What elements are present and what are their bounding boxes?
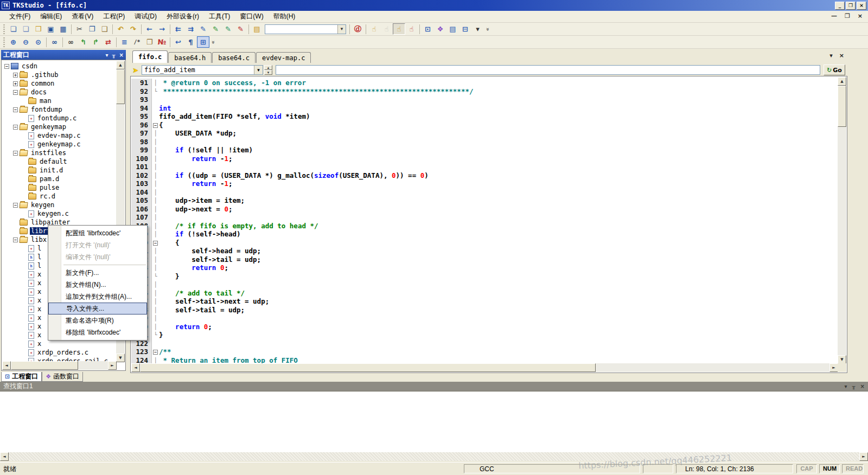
find-prev-button[interactable]: ↰ — [77, 36, 90, 48]
tree-item[interactable]: +x — [2, 339, 117, 348]
project-window-button[interactable]: ⊡ — [422, 23, 434, 35]
panel-dropdown-button[interactable]: ▾ — [106, 52, 108, 58]
code-line[interactable]: 109│ if (!self->head) — [131, 230, 838, 239]
code-line[interactable]: 111│ self->head = udp; — [131, 247, 838, 255]
app-icon[interactable]: TK — [2, 2, 10, 9]
find-in-files-button[interactable]: ∞ — [48, 36, 61, 48]
scroll-down-button[interactable]: ▼ — [838, 355, 846, 364]
goto-line-button[interactable]: ≡ — [118, 36, 131, 48]
tree-item[interactable]: +xrdp_orders.c — [2, 348, 117, 357]
new-group-button[interactable]: ❏ — [20, 23, 32, 35]
fold-margin[interactable]: │ — [152, 255, 159, 264]
code-area[interactable]: 91│ * @return 0 on success, -1 on error9… — [131, 77, 838, 364]
context-menu-item[interactable]: 配置组 'librfxcodec' — [48, 227, 147, 239]
fold-margin[interactable]: │ — [152, 196, 159, 205]
scroll-thumb[interactable] — [140, 363, 596, 372]
fold-margin[interactable]: └ — [152, 331, 159, 339]
navigate-back-button[interactable]: ← — [143, 23, 156, 35]
fold-margin[interactable]: │ — [152, 289, 159, 298]
tree-item[interactable]: +.github — [2, 70, 117, 79]
expand-icon[interactable]: + — [13, 81, 18, 86]
menubar-item[interactable]: 文件(F) — [4, 10, 35, 23]
tree-item[interactable]: man — [2, 97, 117, 105]
code-line[interactable]: 103│ return -1; — [131, 179, 838, 188]
navigate-forward-button[interactable]: → — [156, 23, 168, 35]
wrap-lines-button[interactable]: ↩ — [172, 36, 184, 48]
scroll-down-button[interactable]: ▼ — [116, 354, 125, 362]
editor-hscrollbar[interactable]: ◄ ► — [131, 363, 838, 372]
hand-button[interactable]: ☝ — [368, 23, 380, 35]
code-line[interactable]: 91│ * @return 0 on success, -1 on error — [131, 79, 838, 87]
collapse-icon[interactable]: − — [13, 203, 18, 208]
fold-margin[interactable]: │ — [152, 297, 159, 306]
find-next-button[interactable]: ↱ — [90, 36, 102, 48]
cut-button[interactable]: ✂ — [73, 23, 86, 35]
restore-button[interactable]: ❐ — [846, 2, 856, 10]
spin-up-button[interactable]: ▲ — [264, 65, 272, 70]
code-line[interactable]: 102│ if ((udp = (USER_DATA *) g_malloc(s… — [131, 171, 838, 180]
project-tree-hscrollbar[interactable]: ◄ ► — [2, 361, 117, 370]
tree-item[interactable]: +fontdump.c — [2, 114, 117, 123]
code-line[interactable]: 119│ — [131, 314, 838, 323]
find-close-button[interactable]: × — [860, 383, 865, 389]
fold-margin[interactable]: └ — [152, 272, 159, 281]
console-window-button[interactable]: ⊟ — [459, 23, 471, 35]
document-tab[interactable]: fifo.c — [132, 50, 168, 63]
scroll-left-button[interactable]: ◄ — [0, 452, 9, 461]
scroll-thumb[interactable] — [11, 361, 78, 370]
document-close-button[interactable]: × — [839, 52, 844, 59]
bookmark-toggle-button[interactable]: ✎ — [197, 23, 209, 35]
find-results-area[interactable] — [0, 391, 868, 452]
collapse-icon[interactable]: − — [13, 90, 18, 95]
menubar-item[interactable]: 编辑(E) — [35, 10, 67, 23]
collapse-icon[interactable]: − — [13, 125, 18, 130]
fold-margin[interactable]: │ — [152, 280, 159, 289]
code-line[interactable]: 117│ self->tail->next = udp; — [131, 297, 838, 306]
fold-margin[interactable] — [152, 95, 159, 104]
editor-vscrollbar[interactable]: ▲ ▼ — [838, 77, 846, 364]
address-book-button[interactable]: ▤ — [251, 23, 263, 35]
toolbar-search-combobox[interactable]: ▼ — [265, 24, 346, 34]
chevron-down-icon[interactable]: ▼ — [337, 25, 346, 34]
scroll-left-button[interactable]: ◄ — [2, 361, 11, 370]
fold-margin[interactable] — [152, 112, 159, 121]
code-line[interactable]: 123−/** — [131, 348, 838, 356]
panel-pin-button[interactable]: ╥ — [112, 52, 116, 58]
tree-item[interactable]: default — [2, 157, 117, 166]
code-line[interactable]: 122 — [131, 339, 838, 348]
code-line[interactable]: 107│ — [131, 213, 838, 222]
menubar-item[interactable]: 帮助(H) — [269, 10, 301, 23]
tree-item[interactable]: pam.d — [2, 175, 117, 183]
code-line[interactable]: 99│ if (!self || !item) — [131, 146, 838, 155]
code-line[interactable]: 112│ self->tail = udp; — [131, 255, 838, 264]
comment-button[interactable]: /* — [131, 36, 143, 48]
function-spinner[interactable]: ▲▼ — [264, 65, 272, 75]
panel-tab-inactive[interactable]: ❖函数窗口 — [42, 372, 83, 382]
context-menu-item[interactable]: 追加文件到文件组(A)... — [48, 291, 147, 303]
panel-close-button[interactable]: × — [119, 52, 124, 58]
save-all-button[interactable]: ▦ — [57, 23, 69, 35]
menubar-item[interactable]: 查看(V) — [67, 10, 98, 23]
bookmark-prev-button[interactable]: ✎ — [222, 23, 234, 35]
code-line[interactable]: 115│ — [131, 280, 838, 289]
fold-margin[interactable]: │ — [152, 323, 159, 331]
code-line[interactable]: 105│ udp->item = item; — [131, 196, 838, 205]
hand-cancel-button[interactable]: ☝ — [405, 23, 418, 35]
tree-item[interactable]: −fontdump — [2, 105, 117, 114]
tree-item[interactable]: pulse — [2, 183, 117, 192]
mdi-close-button[interactable]: × — [858, 12, 863, 20]
document-tab[interactable]: base64.c — [212, 52, 256, 63]
tree-item[interactable]: −keygen — [2, 201, 117, 209]
find-dropdown-button[interactable]: ▾ — [845, 383, 847, 389]
scroll-right-button[interactable]: ► — [108, 361, 117, 370]
fold-margin[interactable]: │ — [152, 247, 159, 255]
fold-margin[interactable]: │ — [152, 314, 159, 323]
code-line[interactable]: 120│ return 0; — [131, 323, 838, 331]
context-menu-item[interactable]: 重命名选中项(R) — [48, 314, 147, 326]
chevron-down-icon[interactable]: ▼ — [254, 66, 263, 74]
undo-button[interactable]: ↶ — [114, 23, 127, 35]
fold-margin[interactable]: │ — [152, 171, 159, 180]
toolbar-grip[interactable] — [3, 37, 5, 47]
fold-margin[interactable]: │ — [152, 306, 159, 314]
fold-margin[interactable]: │ — [152, 188, 159, 197]
